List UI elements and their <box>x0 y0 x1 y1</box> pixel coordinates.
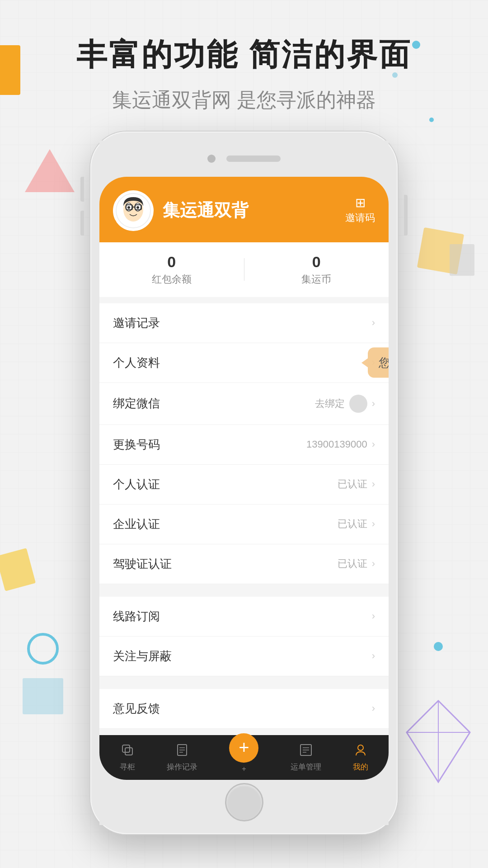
qr-icon: ⊞ <box>355 197 366 209</box>
menu-value-driver-cert: 已认证 <box>338 557 367 571</box>
menu-value-phone: 13900139000 <box>306 439 367 450</box>
menu-item-follow[interactable]: 关注与屏蔽 › <box>99 637 389 676</box>
nav-label-waybill: 运单管理 <box>291 762 321 772</box>
app-header-left: 集运通双背 <box>113 190 249 231</box>
menu-item-feedback[interactable]: 意见反馈 › <box>99 689 389 729</box>
bottom-nav: 寻柜 操作记录 <box>99 735 389 780</box>
sub-title: 集运通双背网 是您寻派的神器 <box>0 87 488 113</box>
menu-right-phone: 13900139000 › <box>306 439 375 450</box>
tooltip-bubble: 您所要的都在这里 <box>368 348 389 378</box>
menu-label-follow: 关注与屏蔽 <box>113 648 172 664</box>
chevron-icon: › <box>372 317 375 329</box>
menu-item-personal-cert[interactable]: 个人认证 已认证 › <box>99 465 389 505</box>
main-title: 丰富的功能 简洁的界面 <box>0 36 488 73</box>
nav-add-btn[interactable]: + <box>229 733 258 763</box>
nav-label-records: 操作记录 <box>167 762 197 772</box>
chevron-icon-feedback: › <box>372 703 375 714</box>
invite-label: 邀请码 <box>345 211 375 225</box>
menu-list-2: 线路订阅 › 关注与屏蔽 › <box>99 597 389 676</box>
menu-label-profile: 个人资料 <box>113 355 160 371</box>
phone-volume-btn-1 <box>80 177 84 202</box>
phone-bottom-bar <box>99 780 389 825</box>
nav-mine-icon <box>354 743 367 760</box>
nav-records-icon <box>175 743 189 760</box>
svg-rect-15 <box>125 748 132 755</box>
phone-top-bar <box>99 141 389 177</box>
chevron-icon-company-cert: › <box>372 518 375 530</box>
wechat-avatar <box>349 395 367 413</box>
menu-right-follow: › <box>372 650 375 662</box>
stats-bar: 0 红包余额 0 集运币 <box>99 242 389 297</box>
phone-power-btn <box>404 195 408 236</box>
jiyun-label: 集运币 <box>244 273 389 286</box>
nav-item-search[interactable]: 寻柜 <box>120 743 135 772</box>
menu-value-wechat: 去绑定 <box>315 397 345 410</box>
menu-gap-2 <box>99 676 389 683</box>
nav-item-waybill[interactable]: 运单管理 <box>291 743 321 772</box>
menu-item-invite[interactable]: 邀请记录 › <box>99 303 389 343</box>
phone-speaker <box>226 156 281 162</box>
menu-gap-1 <box>99 584 389 590</box>
nav-label-search: 寻柜 <box>120 762 135 772</box>
nav-item-mine[interactable]: 我的 <box>353 743 368 772</box>
menu-item-driver-cert[interactable]: 驾驶证认证 已认证 › <box>99 544 389 584</box>
menu-right-driver-cert: 已认证 › <box>338 557 375 571</box>
app-screen: 集运通双背 ⊞ 邀请码 0 红包余额 <box>99 177 389 780</box>
nav-item-add[interactable]: + + <box>229 742 258 774</box>
menu-right-route: › <box>372 610 375 622</box>
nav-add-icon: + <box>239 738 249 756</box>
menu-item-phone[interactable]: 更换号码 13900139000 › <box>99 425 389 465</box>
nav-search-icon <box>121 743 134 760</box>
app-header: 集运通双背 ⊞ 邀请码 <box>99 177 389 242</box>
stat-jiyun: 0 集运币 <box>244 253 389 286</box>
menu-value-personal-cert: 已认证 <box>338 477 367 491</box>
menu-right-wechat: 去绑定 › <box>315 395 375 413</box>
menu-item-route[interactable]: 线路订阅 › <box>99 597 389 637</box>
phone-mockup: 集运通双背 ⊞ 邀请码 0 红包余额 <box>90 132 398 834</box>
nav-label-mine: 我的 <box>353 762 368 772</box>
menu-right-invite: › <box>372 317 375 329</box>
chevron-icon-personal-cert: › <box>372 478 375 490</box>
nav-label-add: + <box>242 764 246 774</box>
menu-item-company-cert[interactable]: 企业认证 已认证 › <box>99 505 389 544</box>
menu-right-company-cert: 已认证 › <box>338 517 375 531</box>
menu-label-feedback: 意见反馈 <box>113 701 160 717</box>
menu-right-personal-cert: 已认证 › <box>338 477 375 491</box>
menu-item-wechat[interactable]: 绑定微信 去绑定 › <box>99 383 389 425</box>
home-button[interactable] <box>225 783 263 821</box>
menu-label-driver-cert: 驾驶证认证 <box>113 556 172 572</box>
menu-value-company-cert: 已认证 <box>338 517 367 531</box>
menu-list-3: 意见反馈 › <box>99 689 389 729</box>
app-name-label: 集运通双背 <box>163 199 249 222</box>
chevron-icon-phone: › <box>372 439 375 450</box>
nav-item-records[interactable]: 操作记录 <box>167 743 197 772</box>
chevron-icon-route: › <box>372 610 375 622</box>
jiyun-value: 0 <box>244 253 389 271</box>
nav-waybill-icon <box>299 743 313 760</box>
hongbao-value: 0 <box>99 253 244 271</box>
stat-hongbao: 0 红包余额 <box>99 253 244 286</box>
chevron-icon-driver-cert: › <box>372 558 375 570</box>
chevron-icon-wechat: › <box>372 398 375 410</box>
invite-code-btn[interactable]: ⊞ 邀请码 <box>345 197 375 225</box>
chevron-icon-follow: › <box>372 650 375 662</box>
menu-label-phone: 更换号码 <box>113 437 160 453</box>
svg-point-9 <box>127 206 130 209</box>
menu-label-route: 线路订阅 <box>113 609 160 624</box>
hongbao-label: 红包余额 <box>99 273 244 286</box>
menu-list: 邀请记录 › 个人资料 › 您所要的都在这里 <box>99 303 389 584</box>
menu-label-personal-cert: 个人认证 <box>113 476 160 492</box>
avatar <box>113 190 154 231</box>
menu-label-company-cert: 企业认证 <box>113 516 160 532</box>
menu-label-invite: 邀请记录 <box>113 315 160 331</box>
phone-camera <box>207 155 216 163</box>
phone-volume-btn-2 <box>80 211 84 236</box>
svg-rect-14 <box>122 745 130 752</box>
menu-label-wechat: 绑定微信 <box>113 396 160 411</box>
svg-point-24 <box>358 745 363 750</box>
menu-right-feedback: › <box>372 703 375 714</box>
svg-point-10 <box>136 206 139 209</box>
menu-item-profile[interactable]: 个人资料 › 您所要的都在这里 <box>99 343 389 383</box>
top-section: 丰富的功能 简洁的界面 集运通双背网 是您寻派的神器 <box>0 0 488 113</box>
